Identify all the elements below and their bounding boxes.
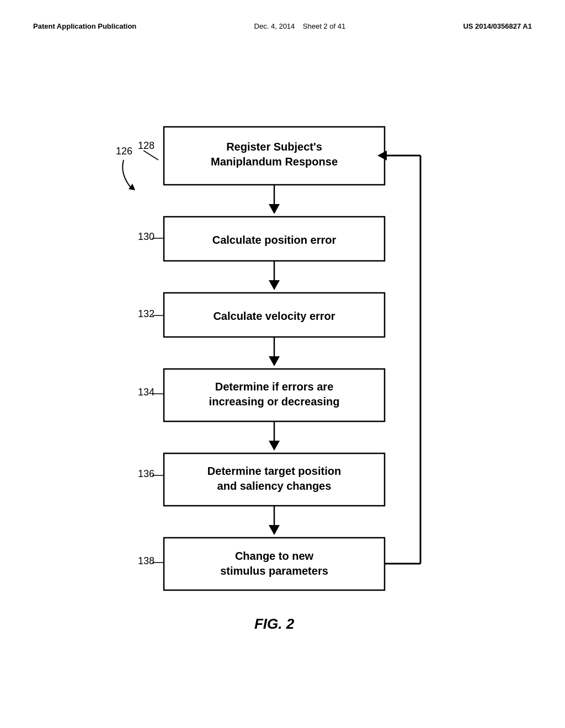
- ref-134-label: 134: [138, 387, 154, 398]
- box-1-line1: Register Subject's: [226, 141, 322, 153]
- arrow-5-6-head: [269, 525, 280, 535]
- publication-type-label: Patent Application Publication: [33, 22, 136, 30]
- sheet-label: Sheet 2 of 41: [303, 22, 345, 30]
- date-label: Dec. 4, 2014: [254, 22, 295, 30]
- flowchart-diagram: 126 128 Register Subject's Maniplandum R…: [56, 52, 509, 643]
- ref-136-label: 136: [138, 468, 154, 479]
- date-sheet-label: Dec. 4, 2014 Sheet 2 of 41: [254, 22, 346, 30]
- patent-number-label: US 2014/0356827 A1: [463, 22, 532, 30]
- box-3-text: Calculate velocity error: [213, 310, 335, 322]
- arrow-1-2-head: [269, 204, 280, 214]
- ref-128-line: [143, 151, 158, 160]
- ref-126-arrowhead: [129, 184, 135, 190]
- arrow-3-4-head: [269, 356, 280, 366]
- box-6-line2: stimulus parameters: [220, 565, 328, 577]
- ref-128-label: 128: [138, 140, 154, 151]
- page-header: Patent Application Publication Dec. 4, 2…: [33, 22, 532, 30]
- figure-caption: FIG. 2: [254, 615, 295, 632]
- ref-126-label: 126: [116, 146, 132, 157]
- box-6-line1: Change to new: [235, 550, 314, 562]
- box-5-line1: Determine target position: [207, 465, 341, 477]
- arrow-2-3-head: [269, 280, 280, 290]
- box-6-rect: [164, 538, 385, 590]
- ref-126-arrow: [122, 160, 131, 188]
- box-5-line2: and saliency changes: [217, 480, 332, 492]
- page: Patent Application Publication Dec. 4, 2…: [0, 0, 565, 728]
- arrow-4-5-head: [269, 441, 280, 451]
- box-2-text: Calculate position error: [212, 234, 337, 246]
- ref-138-label: 138: [138, 555, 154, 566]
- ref-130-label: 130: [138, 231, 154, 242]
- box-4-line2: increasing or decreasing: [209, 395, 340, 408]
- box-1-line2: Maniplandum Response: [211, 156, 338, 168]
- ref-132-label: 132: [138, 308, 154, 319]
- box-4-line1: Determine if errors are: [215, 381, 334, 393]
